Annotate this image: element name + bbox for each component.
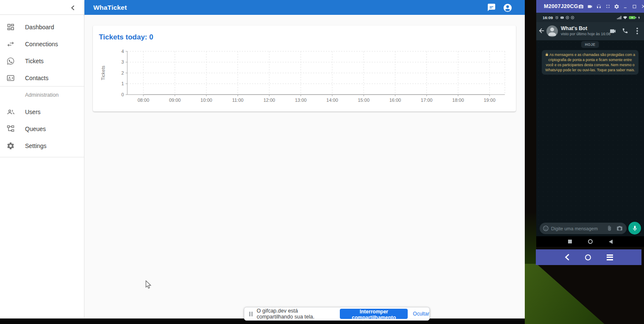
record-video-icon[interactable] [587,3,593,9]
svg-text:2: 2 [121,70,124,75]
sidebar-item-users[interactable]: Users [0,103,84,120]
phone-window-title: M2007J20CG [544,3,578,9]
sidebar-item-contacts[interactable]: Contacts [0,70,84,87]
maximize-window-icon[interactable] [632,3,638,9]
screen-share-bar: O gifcap.dev está compartilhando sua tel… [244,307,430,321]
minimize-window-icon[interactable] [623,3,629,9]
svg-text:14:00: 14:00 [326,98,338,103]
svg-text:16:00: 16:00 [389,98,401,103]
phone-window-titlebar: M2007J20CG [536,0,644,13]
input-placeholder: Digite uma mensagem [551,226,606,231]
mic-icon [632,225,638,232]
headset-audio-icon[interactable] [596,3,602,9]
app-header: WhaTicket [84,0,525,15]
phone-toolbar [536,249,641,265]
contact-last-seen: visto por último hoje às 16:08 [561,32,610,36]
emoji-icon[interactable] [543,225,549,232]
svg-text:17:00: 17:00 [421,98,433,103]
camera-icon[interactable] [616,225,623,232]
sidebar-item-label: Connections [25,41,58,47]
svg-text:15:00: 15:00 [358,98,370,103]
svg-text:10:00: 10:00 [201,98,213,103]
hide-share-bar-link[interactable]: Ocultar [413,311,429,317]
svg-text:0: 0 [121,92,124,97]
chart-title: Tickets today: 0 [99,33,153,42]
encryption-notice[interactable]: As mensagens e as chamadas são protegida… [542,50,638,75]
android-status-bar: 16:09 [536,13,644,22]
svg-text:1: 1 [121,81,124,86]
voice-call-icon[interactable] [622,28,630,35]
mic-button[interactable] [628,222,641,235]
tickets-chart-card: Tickets today: 0 0123408:0009:0010:0011:… [93,25,516,112]
wallpaper-grass-triangle [525,264,642,324]
chevron-left-icon [71,5,75,11]
status-time: 16:09 [543,15,553,20]
sidebar-item-label: Contacts [25,75,48,81]
gear-icon [6,141,15,151]
svg-text:3: 3 [121,59,124,64]
sidebar: Dashboard Connections Tickets Contacts A… [0,0,84,318]
charging-icon [638,16,641,20]
svg-text:19:00: 19:00 [484,98,496,103]
mouse-cursor [146,280,152,291]
phone-mirror-window: M2007J20CG 16:09 [536,0,644,247]
main-content: Tickets today: 0 0123408:0009:0010:0011:… [84,15,525,318]
svg-text:Tickets: Tickets [101,65,106,80]
sidebar-item-label: Dashboard [25,24,54,31]
stop-sharing-button[interactable]: Interromper compartilhamento [340,309,408,319]
app-notification-icon [571,16,574,20]
battery-icon [629,16,636,20]
svg-text:18:00: 18:00 [452,98,464,103]
account-circle-icon[interactable] [503,3,512,12]
screenshot-camera-icon[interactable] [578,3,584,9]
sidebar-item-connections[interactable]: Connections [0,36,84,53]
recents-square-icon[interactable] [568,240,572,243]
people-icon [6,107,15,117]
sidebar-item-label: Settings [25,142,47,149]
pause-icon[interactable] [249,312,252,316]
fullscreen-icon[interactable] [605,3,611,9]
sidebar-collapse-button[interactable] [67,3,78,12]
attach-paperclip-icon[interactable] [606,225,613,232]
message-input-row: Digite uma mensagem [536,222,644,236]
toolbar-back-icon[interactable] [565,254,569,260]
sidebar-item-settings[interactable]: Settings [0,137,84,154]
settings-gear-icon[interactable] [614,3,620,9]
youtube-icon [560,16,564,20]
whatsapp-chat-header: What's Bot visto por último hoje às 16:0… [536,22,644,40]
video-call-icon[interactable] [609,28,617,35]
contact-card-icon [6,73,15,83]
sidebar-divider [0,157,84,157]
sidebar-item-label: Tickets [25,58,44,64]
svg-text:09:00: 09:00 [169,98,181,103]
back-arrow-icon[interactable] [538,27,546,35]
chart-svg: 0123408:0009:0010:0011:0012:0013:0014:00… [98,46,512,106]
message-input[interactable]: Digite uma mensagem [540,223,627,234]
svg-text:4: 4 [121,49,124,54]
contact-avatar[interactable] [546,25,558,37]
sidebar-item-dashboard[interactable]: Dashboard [0,19,84,36]
share-message: O gifcap.dev está compartilhando sua tel… [257,308,335,320]
svg-text:13:00: 13:00 [295,98,307,103]
back-triangle-icon[interactable] [609,240,613,244]
svg-text:11:00: 11:00 [232,98,244,103]
dashboard-icon [6,22,15,32]
svg-text:12:00: 12:00 [263,98,275,103]
contact-name[interactable]: What's Bot [561,25,587,31]
screen: Dashboard Connections Tickets Contacts A… [0,0,644,324]
close-window-icon[interactable] [641,3,644,9]
home-circle-icon[interactable] [588,239,593,244]
app-title: WhaTicket [93,4,127,11]
toolbar-home-icon[interactable] [585,254,591,260]
chat-area: HOJE As mensagens e as chamadas são prot… [536,40,644,236]
wifi-icon [623,16,627,20]
kebab-menu-icon[interactable] [636,28,641,35]
sidebar-section-administration: Administration [25,92,59,98]
sidebar-item-tickets[interactable]: Tickets [0,53,84,70]
toolbar-menu-icon[interactable] [607,254,613,260]
date-badge: HOJE [581,41,599,48]
chat-bubble-icon[interactable] [487,3,496,12]
sidebar-item-queues[interactable]: Queues [0,120,84,137]
sidebar-divider [0,86,84,87]
swap-arrows-icon [6,39,15,49]
